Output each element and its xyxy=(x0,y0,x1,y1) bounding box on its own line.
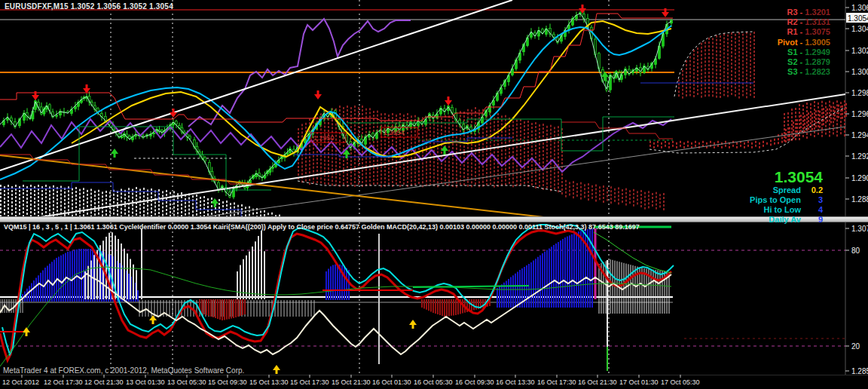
kumo-white-left-dot xyxy=(94,210,96,212)
kumo-red-mid2-dot xyxy=(610,186,612,188)
kumo-red-edge-dot xyxy=(829,124,830,126)
kumo-red-edge-dot xyxy=(836,134,838,136)
kumo-red-edge-dot xyxy=(833,124,834,127)
kumo-red-mid-dot xyxy=(411,130,412,133)
kumo-red-mid-dot xyxy=(471,173,472,176)
kumo-red-mid2-dot xyxy=(561,181,563,183)
kumo-white-left-dot xyxy=(170,192,171,194)
kumo-red-mid-dot xyxy=(516,135,518,137)
kumo-red-mid2-dot xyxy=(625,200,627,202)
kumo-white-left-dot xyxy=(185,210,186,212)
kumo-red-mid-dot xyxy=(531,172,533,174)
kumo-red-mid-dot xyxy=(365,120,367,122)
kumo-white-left-dot xyxy=(170,211,171,213)
kumo-red-mid-dot xyxy=(509,155,510,158)
kumo-red-mid-dot xyxy=(539,128,540,130)
kumo-red-mid-dot xyxy=(339,109,341,112)
pivot-value: 1.3131 xyxy=(805,17,830,26)
kumo-red-band-dot xyxy=(800,118,802,121)
kumo-white-left-dot xyxy=(38,211,39,213)
kumo-red-mid-dot xyxy=(531,145,533,148)
kumo-red-mid-dot xyxy=(328,126,329,128)
kumo-white-left-dot xyxy=(83,199,84,201)
kumo-white-left-dot xyxy=(19,205,20,207)
pivot-value: 1.2823 xyxy=(805,67,830,76)
kumo-red-mid-dot xyxy=(456,136,457,139)
kumo-red-edge-dot xyxy=(814,116,815,118)
kumo-red-mid-dot xyxy=(482,170,484,172)
kumo-white-left-dot xyxy=(181,192,182,194)
kumo-red-band-dot xyxy=(755,145,756,147)
kumo-red-mid2-dot xyxy=(573,188,574,191)
kumo-red-mid-dot xyxy=(362,173,363,176)
kumo-red-future-dot xyxy=(742,90,744,93)
kumo-red-mid-dot xyxy=(399,147,401,149)
kumo-red-mid-dot xyxy=(381,147,382,149)
kumo-red-future-dot xyxy=(753,39,755,41)
kumo-red-band-dot xyxy=(698,142,700,145)
kumo-red-mid-dot xyxy=(501,138,503,140)
kumo-red-mid-dot xyxy=(494,159,495,161)
kumo-red-mid-dot xyxy=(422,132,423,134)
kumo-red-mid-dot xyxy=(332,161,333,163)
kumo-red-mid-dot xyxy=(546,133,548,136)
kumo-red-mid-dot xyxy=(441,167,442,169)
kumo-red-mid-dot xyxy=(441,152,442,154)
upper-chart-canvas[interactable]: 1.29501.29541.30651.30451.30251.30051.29… xyxy=(0,0,868,223)
kumo-red-mid-dot xyxy=(426,127,427,130)
kumo-red-band-dot xyxy=(789,127,790,130)
kumo-red-future-dot xyxy=(727,54,729,56)
kumo-red-mid-dot xyxy=(433,169,435,171)
kumo-red-mid-dot xyxy=(558,171,559,173)
kumo-red-mid-dot xyxy=(305,127,307,129)
kumo-red-edge-dot xyxy=(791,116,793,118)
kumo-red-mid-dot xyxy=(478,173,480,176)
kumo-red-mid-dot xyxy=(501,115,503,118)
kumo-white-left-dot xyxy=(132,197,133,199)
kumo-red-mid-dot xyxy=(516,154,518,156)
kumo-red-mid-dot xyxy=(463,157,465,159)
kumo-red-mid-dot xyxy=(354,132,356,134)
kumo-red-mid-dot xyxy=(414,142,416,144)
kumo-red-future-dot xyxy=(723,78,725,81)
kumo-red-mid-dot xyxy=(316,158,318,161)
kumo-red-future-dot xyxy=(720,92,721,94)
kumo-white-left-dot xyxy=(26,201,28,204)
kumo-red-future-dot xyxy=(701,51,702,53)
kumo-red-future-dot xyxy=(701,69,702,72)
kumo-red-band-dot xyxy=(676,142,677,145)
kumo-red-mid-dot xyxy=(535,133,536,136)
kumo-red-mid-dot xyxy=(501,142,503,144)
kumo-red-mid-dot xyxy=(358,133,359,136)
kumo-red-mid-dot xyxy=(490,171,491,173)
kumo-red-band-dot xyxy=(845,103,847,106)
kumo-red-edge-dot xyxy=(810,118,811,121)
kumo-red-edge-dot xyxy=(840,102,842,104)
kumo-white-left-dot xyxy=(4,198,5,200)
kumo-red-mid-dot xyxy=(365,161,367,164)
kumo-red-mid2-dot xyxy=(584,184,585,186)
kumo-red-band-dot xyxy=(789,131,790,133)
panel-separator[interactable] xyxy=(0,216,868,222)
kumo-red-mid-dot xyxy=(332,119,333,121)
kumo-red-mid-dot xyxy=(546,182,548,185)
kumo-red-mid-dot xyxy=(396,160,397,162)
kumo-red-future-dot xyxy=(727,76,729,78)
kumo-red-mid-dot xyxy=(460,164,461,166)
kumo-white-left-dot xyxy=(49,205,50,207)
kumo-red-mid2-dot xyxy=(603,197,604,199)
kumo-red-mid-dot xyxy=(445,172,446,174)
kumo-red-band-dot xyxy=(823,123,824,125)
kumo-red-mid-dot xyxy=(460,137,461,139)
kumo-red-future-dot xyxy=(697,47,698,50)
pivot-levels-panel: R3 - 1.3201R2 - 1.3131R1 - 1.3075Pivot -… xyxy=(778,8,830,77)
kumo-red-band-dot xyxy=(796,123,798,125)
kumo-red-edge-dot xyxy=(784,121,785,123)
lower-indicator-canvas[interactable]: 1.307180201.2851 xyxy=(0,222,868,389)
kumo-red-mid-dot xyxy=(407,177,408,179)
kumo-red-mid-dot xyxy=(384,166,386,168)
kumo-red-mid-dot xyxy=(441,170,442,173)
kumo-red-mid-dot xyxy=(497,151,499,153)
kumo-white-left-dot xyxy=(147,198,148,200)
kumo-red-band-dot xyxy=(811,117,813,119)
